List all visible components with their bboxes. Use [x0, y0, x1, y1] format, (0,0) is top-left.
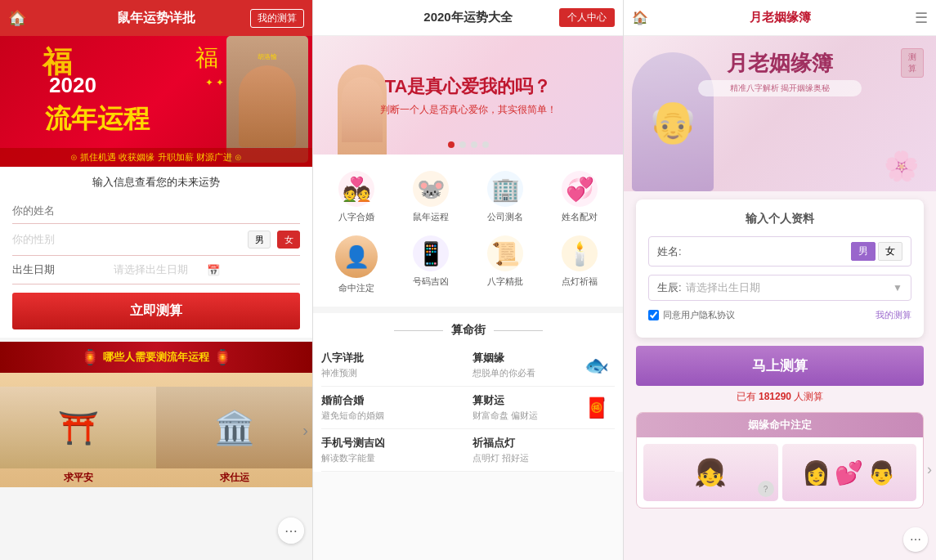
panel3-share-button[interactable]: ⋯	[903, 527, 928, 552]
figures-icon: 🏛️	[214, 409, 255, 447]
panel3-scroll-arrow[interactable]: ›	[927, 461, 932, 478]
form-title: 输入信息查看您的未来运势	[12, 175, 300, 190]
agree-text: 同意用户隐私协议	[663, 309, 735, 321]
grid-label-phoneluck: 号码吉凶	[413, 276, 449, 288]
bottom-card-2[interactable]: 🏛️ 求仕运	[156, 373, 312, 487]
grid-label-namematch: 姓名配对	[562, 211, 598, 223]
grid-icon-companyname: 🏢	[487, 171, 523, 207]
service-name-phone: 手机号测吉凶	[321, 436, 464, 450]
gender3-female-btn[interactable]: 女	[878, 242, 902, 261]
card3-1[interactable]: 👧 ?	[643, 444, 778, 501]
date3-arrow: ▼	[893, 282, 902, 293]
grid-label-bazihehun: 八字合婚	[338, 211, 374, 223]
card2-image: 🏛️	[156, 387, 312, 468]
panel3-home-icon[interactable]: 🏠	[632, 10, 648, 25]
service-row-1: 八字详批 神准预测 算姻缘 想脱单的你必看 🐟	[321, 344, 615, 387]
service-caiyun[interactable]: 算财运 财富命盘 偏财运 🧧	[472, 393, 616, 422]
scroll-right-icon[interactable]: ›	[302, 421, 308, 440]
main-banner-text: 流年运程	[45, 101, 150, 137]
bottom-cards-3: 👧 ? 👩 💕 👨	[637, 437, 923, 508]
dot-1[interactable]	[448, 141, 455, 148]
panel1-header: 🏠 鼠年运势详批 我的测算	[0, 0, 312, 36]
date-label: 出生日期	[12, 262, 105, 277]
home-icon[interactable]: 🏠	[8, 9, 26, 27]
agree-left: 同意用户隐私协议	[648, 309, 735, 321]
panel3-count: 已有 181290 人测算	[624, 386, 936, 408]
name3-label: 姓名:	[657, 244, 686, 259]
card1-image: ⛩️	[0, 387, 156, 468]
calendar-icon[interactable]: 📅	[207, 264, 300, 276]
dot-2[interactable]	[459, 141, 466, 148]
section-title: 算命街	[313, 313, 623, 344]
card2-label: 求仕运	[220, 468, 249, 487]
panel3-banner: 👴 测算 月老姻缘簿 精准八字解析 揭开姻缘奥秘 🌸	[624, 36, 936, 191]
card3-2[interactable]: 👩 💕 👨	[782, 444, 917, 501]
grid-item-shuyun[interactable]: 🐭 鼠年运程	[396, 167, 466, 227]
bottom-cards: ⛩️ 求平安 🏛️ 求仕运 ›	[0, 373, 312, 487]
carousel-content: TA是真心爱我的吗？ 判断一个人是否真心爱你，其实很简单！	[380, 74, 557, 117]
gender3-btns: 男 女	[851, 242, 902, 261]
promo-banner: 🏮 哪些人需要测流年运程 🏮	[0, 342, 312, 373]
dot-3[interactable]	[471, 141, 477, 148]
gender-male-btn[interactable]: 男	[248, 231, 271, 249]
service-hunqian[interactable]: 婚前合婚 避免短命的婚姻	[321, 393, 464, 422]
person-image: 胡洛愉	[226, 36, 308, 163]
mytest3-link[interactable]: 我的测算	[876, 309, 911, 321]
service-desc-phone: 解读数字能量	[321, 452, 464, 464]
grid-label-shuyun: 鼠年运程	[413, 211, 449, 223]
promo-text: 哪些人需要测流年运程	[103, 350, 209, 365]
name-input-row	[12, 198, 300, 224]
carousel[interactable]: TA是真心爱我的吗？ 判断一个人是否真心爱你，其实很简单！	[313, 36, 623, 155]
banner3-title-area: 月老姻缘簿 精准八字解析 揭开姻缘奥秘	[698, 52, 862, 96]
service-bazipijie[interactable]: 八字详批 神准预测	[321, 351, 464, 379]
bottom-banner: 姻缘命中注定 👧 ? 👩 💕 👨	[636, 412, 924, 508]
count-prefix: 已有	[737, 391, 756, 402]
gender-row: 你的性别 男 女	[12, 224, 300, 256]
agree-checkbox[interactable]	[648, 310, 659, 320]
gender3-male-btn[interactable]: 男	[851, 242, 876, 261]
grid-icon-shuyun: 🐭	[413, 171, 449, 207]
card3-figure1: 👧	[694, 457, 727, 488]
grid-item-mingzhong[interactable]: 👤 命中注定	[321, 231, 392, 298]
grid-item-pray[interactable]: 🕯️ 点灯祈福	[544, 231, 615, 298]
grid-label-companyname: 公司测名	[487, 211, 523, 223]
promo-icon-left: 🏮	[81, 348, 99, 366]
submit-button[interactable]: 立即测算	[12, 293, 300, 329]
grid-item-namematch[interactable]: 💞 姓名配对	[544, 167, 615, 227]
date3-row[interactable]: 生辰: 请选择出生日期 ▼	[648, 275, 911, 301]
share-button[interactable]: ⋯	[278, 517, 304, 544]
panel3-submit-btn[interactable]: 马上测算	[636, 346, 924, 386]
panel-fortune-year: 🏠 鼠年运势详批 我的测算 福 2020 流年运程 胡洛愉 ⊙ 抓住机遇 收获姻…	[0, 0, 312, 560]
grid-item-phoneluck[interactable]: 📱 号码吉凶	[396, 231, 466, 298]
name-row: 姓名: 男 女	[648, 236, 911, 267]
grid-item-bazi[interactable]: 📜 八字精批	[470, 231, 540, 298]
question-mark-1: ?	[758, 481, 774, 497]
banner-scroll-text: ⊙ 抓住机遇 收获姻缘 升职加薪 财源广进 ⊙	[0, 148, 312, 167]
service-name-hunqian: 婚前合婚	[321, 393, 464, 408]
name-input[interactable]	[12, 204, 300, 217]
grid-icon-namematch: 💞	[562, 171, 598, 207]
service-lamp[interactable]: 祈福点灯 点明灯 招好运	[472, 436, 616, 464]
birth3-label: 生辰:	[657, 280, 682, 295]
personal-center-button[interactable]: 个人中心	[559, 8, 615, 27]
dot-4[interactable]	[482, 141, 489, 148]
panel2-title: 2020年运势大全	[423, 10, 512, 25]
service-yinyuan[interactable]: 算姻缘 想脱单的你必看 🐟	[472, 351, 616, 379]
name3-input[interactable]	[686, 245, 851, 258]
card1-label: 求平安	[64, 468, 93, 487]
panel3-menu-icon[interactable]: ☰	[915, 9, 928, 27]
bottom-card-1[interactable]: ⛩️ 求平安	[0, 373, 156, 487]
service-desc-lamp: 点明灯 招好运	[472, 452, 616, 464]
panel3-title: 月老姻缘簿	[750, 10, 811, 25]
grid-icon-mingzhong: 👤	[335, 235, 378, 278]
grid-icon-phoneluck: 📱	[413, 235, 449, 271]
service-img-yinyuan: 🐟	[578, 347, 615, 383]
mytest-button[interactable]: 我的测算	[250, 9, 304, 28]
grid-item-companyname[interactable]: 🏢 公司测名	[470, 167, 540, 227]
deco-cloud: 🌸	[884, 150, 920, 183]
gender-female-btn[interactable]: 女	[277, 231, 300, 249]
grid-label-mingzhong: 命中注定	[338, 282, 374, 294]
service-row-2: 婚前合婚 避免短命的婚姻 算财运 财富命盘 偏财运 🧧	[321, 387, 615, 429]
service-phone[interactable]: 手机号测吉凶 解读数字能量	[321, 436, 464, 464]
grid-item-bazihehun[interactable]: 💑 八字合婚	[321, 167, 392, 227]
